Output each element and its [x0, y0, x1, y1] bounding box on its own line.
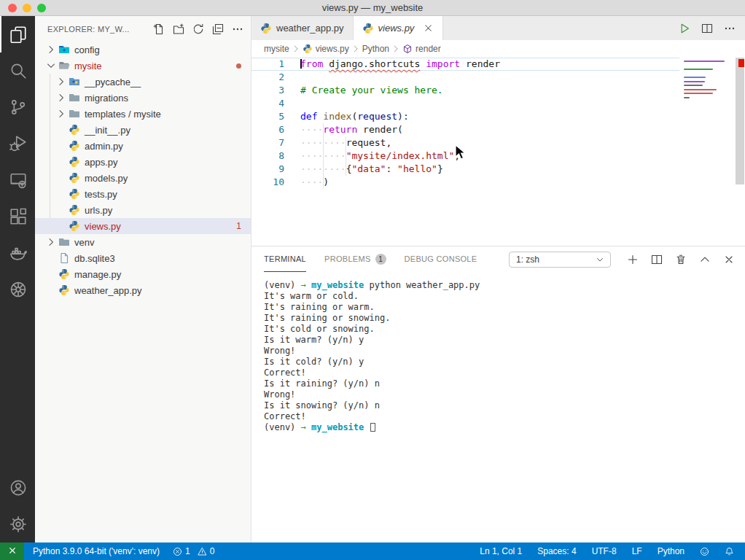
- tree-item-mysite[interactable]: mysite: [35, 58, 251, 74]
- chevron-right-icon[interactable]: [45, 236, 57, 248]
- status-feedback[interactable]: [700, 547, 709, 556]
- run-debug-icon: [9, 135, 27, 152]
- terminal-text: [306, 422, 311, 432]
- editor-scrollbar[interactable]: [735, 58, 745, 246]
- code-text: def index(request):: [284, 110, 409, 123]
- tab-views-py[interactable]: views.py: [354, 16, 444, 40]
- activity-source-control[interactable]: [0, 89, 35, 125]
- remote-indicator[interactable]: [0, 542, 24, 560]
- tree-item-config[interactable]: config: [35, 42, 251, 58]
- breadcrumb-item-mysite[interactable]: mysite: [264, 44, 289, 54]
- tree-item-manage-py[interactable]: manage.py: [35, 266, 251, 282]
- terminal-text: my_website: [311, 280, 364, 290]
- code-line-1[interactable]: 1from django.shortcuts import render: [251, 58, 679, 71]
- tree-item-templates-mysite[interactable]: templates / mysite: [35, 106, 251, 122]
- minimize-window-button[interactable]: [23, 4, 31, 12]
- activity-extensions[interactable]: [0, 198, 35, 235]
- tree-item-tests-py[interactable]: tests.py: [35, 186, 251, 202]
- status-interpreter[interactable]: Python 3.9.0 64-bit ('venv': venv): [33, 546, 160, 556]
- chevron-right-icon[interactable]: [45, 44, 57, 55]
- code-line-10[interactable]: 10····): [251, 176, 679, 189]
- breadcrumb-item-render[interactable]: render: [402, 44, 441, 54]
- breadcrumb-item-views-py[interactable]: views.py: [303, 44, 349, 54]
- tree-item-weather-app-py[interactable]: weather_app.py: [35, 282, 251, 298]
- terminal-output[interactable]: (venv) → my_website python weather_app.p…: [251, 272, 745, 433]
- activity-kubernetes[interactable]: [0, 271, 35, 308]
- more-icon[interactable]: [724, 23, 736, 34]
- scrollbar-slider[interactable]: [736, 58, 744, 184]
- twisty-spacer: [55, 140, 67, 152]
- twisty-spacer: [55, 172, 67, 184]
- status-cursor-position[interactable]: Ln 1, Col 1: [480, 546, 522, 556]
- activity-account[interactable]: [0, 470, 35, 506]
- tree-item-models-py[interactable]: models.py: [35, 170, 251, 186]
- terminal-shell-select[interactable]: 1: zsh: [509, 252, 611, 268]
- code-token: ,: [454, 150, 460, 161]
- title-bar[interactable]: views.py — my_website: [0, 0, 745, 16]
- code-editor[interactable]: 1from django.shortcuts import render23# …: [251, 58, 745, 246]
- new-terminal-icon[interactable]: [627, 254, 639, 265]
- new-file-icon[interactable]: [153, 23, 165, 35]
- python-icon: [69, 124, 80, 136]
- kill-terminal-icon[interactable]: [675, 254, 687, 265]
- code-line-6[interactable]: 6····return render(: [251, 123, 679, 136]
- tree-item-db-sqlite3[interactable]: db.sqlite3: [35, 250, 251, 266]
- maximize-panel-icon[interactable]: [699, 254, 711, 265]
- split-editor-icon[interactable]: [701, 23, 713, 34]
- tree-item--pycache-[interactable]: __pycache__: [35, 74, 251, 90]
- close-window-button[interactable]: [8, 4, 17, 12]
- tree-item-migrations[interactable]: migrations: [35, 90, 251, 106]
- panel-tab-problems[interactable]: PROBLEMS1: [324, 246, 386, 272]
- status-indentation[interactable]: Spaces: 4: [537, 546, 576, 556]
- status-eol[interactable]: LF: [632, 546, 642, 556]
- tree-item--init-py[interactable]: __init__.py: [35, 122, 251, 138]
- twisty-spacer: [45, 268, 57, 280]
- chevron-right-icon[interactable]: [55, 92, 67, 104]
- activity-run-debug[interactable]: [0, 125, 35, 162]
- folder-python-icon: [69, 76, 80, 88]
- status-notifications[interactable]: [725, 547, 734, 556]
- refresh-icon[interactable]: [192, 23, 204, 35]
- more-icon[interactable]: [232, 23, 243, 35]
- line-number: 6: [251, 123, 284, 136]
- status-language[interactable]: Python: [658, 546, 684, 556]
- new-folder-icon[interactable]: [173, 23, 184, 35]
- code-line-3[interactable]: 3# Create your views here.: [251, 84, 679, 97]
- activity-explorer[interactable]: [0, 16, 35, 52]
- tree-item-admin-py[interactable]: admin.py: [35, 138, 251, 154]
- minimap[interactable]: [684, 61, 733, 101]
- status-problems[interactable]: 10: [173, 546, 214, 556]
- twisty-spacer: [45, 252, 57, 264]
- tree-item-venv[interactable]: venv: [35, 234, 251, 250]
- panel-tab-terminal[interactable]: TERMINAL: [264, 246, 306, 272]
- activity-search[interactable]: [0, 52, 35, 89]
- code-text: ········"mysite/index.html",: [284, 149, 460, 163]
- terminal-line: It's raining or warm.: [264, 302, 745, 313]
- breadcrumb-item-python[interactable]: Python: [362, 44, 389, 54]
- code-line-7[interactable]: 7········request,: [251, 136, 679, 149]
- code-line-4[interactable]: 4: [251, 97, 679, 110]
- activity-docker[interactable]: [0, 235, 35, 271]
- tree-item-urls-py[interactable]: urls.py: [35, 202, 251, 218]
- code-line-2[interactable]: 2: [251, 71, 679, 84]
- activity-remote-explorer[interactable]: [0, 162, 35, 198]
- zoom-window-button[interactable]: [37, 4, 46, 12]
- tab-weather-app-py[interactable]: weather_app.py: [251, 16, 354, 40]
- chevron-down-icon[interactable]: [45, 60, 57, 71]
- split-terminal-icon[interactable]: [651, 254, 663, 265]
- status-encoding[interactable]: UTF-8: [592, 546, 617, 556]
- chevron-right-icon[interactable]: [55, 76, 67, 88]
- collapse-all-icon[interactable]: [212, 23, 224, 35]
- chevron-right-icon[interactable]: [55, 108, 67, 120]
- close-icon[interactable]: [423, 23, 434, 34]
- tree-item-views-py[interactable]: views.py1: [35, 218, 251, 234]
- tree-item-apps-py[interactable]: apps.py: [35, 154, 251, 170]
- run-icon[interactable]: [679, 23, 690, 34]
- code-line-5[interactable]: 5def index(request):: [251, 110, 679, 123]
- close-panel-icon[interactable]: [723, 254, 735, 265]
- panel-tab-debug-console[interactable]: DEBUG CONSOLE: [405, 246, 477, 272]
- code-line-9[interactable]: 9········{"data": "hello"}: [251, 163, 679, 176]
- code-line-8[interactable]: 8········"mysite/index.html",: [251, 149, 679, 163]
- activity-settings[interactable]: [0, 506, 35, 542]
- file-icon: [58, 252, 70, 264]
